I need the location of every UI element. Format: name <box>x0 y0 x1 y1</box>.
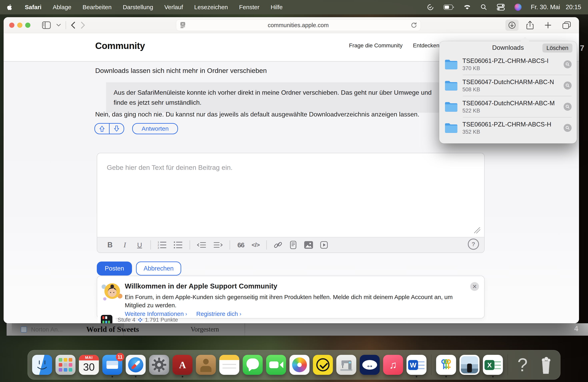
sync-status-icon[interactable] <box>426 3 434 11</box>
window-controls <box>9 22 30 28</box>
background-window[interactable]: Norton An... World of Sweets Vorgestern … <box>7 323 588 336</box>
dock-messages-icon[interactable] <box>243 355 263 375</box>
dock-contacts-icon[interactable] <box>196 355 216 375</box>
divider <box>245 323 245 336</box>
editor-help-button[interactable]: ? <box>468 239 479 250</box>
dock-passwords-icon[interactable] <box>436 355 456 375</box>
minimize-window-button[interactable] <box>17 22 22 28</box>
nav-ask-community[interactable]: Frage die Community <box>349 42 403 49</box>
register-link[interactable]: Registriere dich › <box>196 310 241 317</box>
editor-placeholder: Gebe hier den Text für deinen Beitrag ei… <box>107 164 232 172</box>
download-item[interactable]: TSE06047-DutchCHARM-ABC-M 522 KB <box>444 96 572 117</box>
apple-menu-icon[interactable] <box>7 3 14 11</box>
dock-norton-icon[interactable] <box>313 355 333 375</box>
downloads-toolbar-button[interactable] <box>505 19 519 31</box>
dock-facetime-icon[interactable] <box>266 355 286 375</box>
spotlight-search-icon[interactable] <box>480 4 487 11</box>
show-in-finder-button[interactable] <box>564 103 572 111</box>
new-tab-button[interactable] <box>544 21 552 29</box>
downvote-button[interactable] <box>110 124 124 134</box>
menu-item-verlauf[interactable]: Verlauf <box>164 4 183 11</box>
nav-discover[interactable]: Entdecken <box>413 42 440 49</box>
insert-image-button[interactable] <box>304 241 313 249</box>
background-window-title: World of Sweets <box>86 325 139 334</box>
dock-music-icon[interactable]: ♫ <box>383 355 403 375</box>
indent-button[interactable] <box>213 241 223 249</box>
dock-calendar-icon[interactable]: MAI 30 <box>79 355 99 375</box>
post-button[interactable]: Posten <box>97 262 132 275</box>
share-button[interactable] <box>526 21 534 30</box>
download-item[interactable]: TSE06047-DutchCHARM-ABC-N 508 KB <box>444 75 572 96</box>
folder-icon <box>444 80 458 91</box>
back-button[interactable] <box>71 21 75 29</box>
sidebar-chevron-icon[interactable] <box>56 24 61 27</box>
dock-teamviewer-icon[interactable]: ↔ <box>360 355 380 375</box>
bullet-list-button[interactable] <box>174 241 183 249</box>
banner-body: Ein Forum, in dem Apple-Kunden sich gege… <box>125 293 461 309</box>
download-item[interactable]: TSE06061-PZL-CHRM-ABCS-I 370 KB <box>444 54 572 75</box>
control-center-icon[interactable] <box>496 4 505 11</box>
dock-finder-icon[interactable] <box>32 355 52 375</box>
post-editor[interactable]: Gebe hier den Text für deinen Beitrag ei… <box>97 153 484 253</box>
banner-close-button[interactable]: ✕ <box>470 282 479 291</box>
address-bar[interactable]: communities.apple.com <box>176 19 421 31</box>
dock-missing-app-icon[interactable]: ? <box>513 355 533 375</box>
reload-icon[interactable] <box>411 22 417 29</box>
dock-downloads-stack-icon[interactable] <box>460 355 480 375</box>
show-in-finder-button[interactable] <box>564 124 572 132</box>
menu-item-lesezeichen[interactable]: Lesezeichen <box>194 4 228 11</box>
dock-notes-icon[interactable] <box>219 355 239 375</box>
banner-title: Willkommen in der Apple Support Communit… <box>125 282 277 290</box>
blockquote-button[interactable]: 66 <box>237 241 245 249</box>
background-badge-top: 7 <box>580 44 584 53</box>
close-window-button[interactable] <box>9 22 14 28</box>
menu-item-darstellung[interactable]: Darstellung <box>123 4 153 11</box>
dock-word-icon[interactable]: W <box>407 355 427 375</box>
siri-icon[interactable] <box>514 4 522 11</box>
folder-icon <box>444 101 458 112</box>
dock-trash-icon[interactable] <box>536 355 556 375</box>
menu-item-bearbeiten[interactable]: Bearbeiten <box>83 4 112 11</box>
show-in-finder-button[interactable] <box>564 60 572 68</box>
link-button[interactable] <box>273 241 282 249</box>
battery-icon[interactable] <box>444 5 454 10</box>
download-item[interactable]: TSE06061-PZL-CHRM-ABCS-H 352 KB <box>444 117 572 138</box>
editor-resize-handle[interactable] <box>474 227 480 233</box>
dock-acrobat-icon[interactable]: A <box>173 355 193 375</box>
text-snippet-button[interactable] <box>289 241 297 249</box>
upvote-button[interactable] <box>95 124 110 134</box>
outdent-button[interactable] <box>197 241 206 249</box>
sidebar-toggle-button[interactable] <box>42 21 51 29</box>
url-text[interactable]: communities.apple.com <box>186 22 411 29</box>
zoom-window-button[interactable] <box>25 22 30 28</box>
show-in-finder-button[interactable] <box>564 81 572 90</box>
dock-safari-icon[interactable] <box>126 355 146 375</box>
dock-embroidery-icon[interactable] <box>336 355 357 375</box>
cancel-button[interactable]: Abbrechen <box>136 262 181 275</box>
dock-launchpad-icon[interactable] <box>56 355 76 375</box>
tab-overview-button[interactable] <box>562 21 571 29</box>
wifi-icon[interactable] <box>463 4 471 10</box>
menu-item-hilfe[interactable]: Hilfe <box>271 4 283 11</box>
menu-bar-clock[interactable]: Fr. 30. Mai 20:15 <box>531 4 581 11</box>
underline-button[interactable]: U <box>136 241 144 249</box>
dock-photos-icon[interactable] <box>290 355 310 375</box>
ordered-list-button[interactable]: 123 <box>158 241 167 249</box>
menu-item-fenster[interactable]: Fenster <box>239 4 260 11</box>
italic-button[interactable]: I <box>121 241 129 249</box>
answer-button[interactable]: Antworten <box>132 123 178 134</box>
vote-buttons <box>94 123 124 134</box>
dock-excel-icon[interactable]: X <box>483 355 503 375</box>
clear-downloads-button[interactable]: Löschen <box>542 43 572 53</box>
forward-button[interactable] <box>81 21 85 29</box>
menu-item-safari[interactable]: Safari <box>25 4 42 11</box>
code-button[interactable]: </> <box>252 242 260 248</box>
menu-item-ablage[interactable]: Ablage <box>53 4 71 11</box>
insert-video-button[interactable] <box>320 241 328 249</box>
page-format-icon[interactable] <box>180 22 186 29</box>
bold-button[interactable]: B <box>106 241 114 249</box>
chevron-right-icon: › <box>185 311 187 317</box>
user-avatar[interactable] <box>101 315 112 323</box>
dock-mail-icon[interactable]: 11 <box>102 355 122 375</box>
dock-system-settings-icon[interactable] <box>149 355 169 375</box>
